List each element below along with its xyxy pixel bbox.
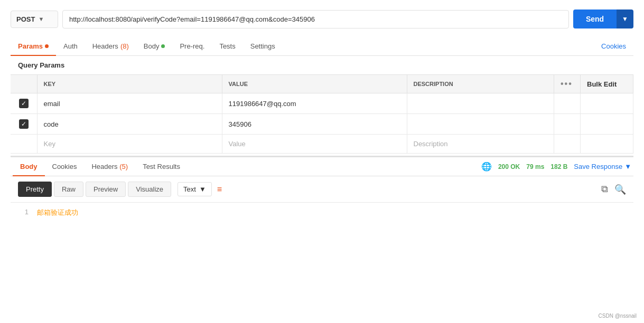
tab-settings[interactable]: Settings xyxy=(243,37,283,55)
body-dot xyxy=(161,44,165,48)
format-pretty-button[interactable]: Pretty xyxy=(18,182,52,197)
checkbox-icon[interactable]: ✓ xyxy=(19,99,29,108)
method-select[interactable]: POST ▼ xyxy=(11,11,58,28)
tab-headers[interactable]: Headers (8) xyxy=(85,37,136,55)
url-bar-row: POST ▼ Send ▼ xyxy=(11,10,633,28)
response-tab-body[interactable]: Body xyxy=(13,157,45,176)
table-row: ✓ code 345906 xyxy=(11,114,633,135)
text-format-dropdown[interactable]: Text ▼ xyxy=(178,182,212,196)
save-response-chevron-icon: ▼ xyxy=(624,163,631,170)
empty-bulk-cell xyxy=(581,135,633,154)
response-section: Body Cookies Headers (5) Test Results 🌐 … xyxy=(11,156,633,223)
tab-prereq[interactable]: Pre-req. xyxy=(172,37,212,55)
params-dot xyxy=(45,44,49,48)
response-tab-test-results[interactable]: Test Results xyxy=(135,157,188,176)
code-area: 1 邮箱验证成功 xyxy=(11,203,633,223)
row2-more-cell xyxy=(554,114,581,135)
format-preview-button[interactable]: Preview xyxy=(86,182,126,197)
row2-value-cell[interactable]: 345906 xyxy=(222,114,407,135)
format-raw-button[interactable]: Raw xyxy=(54,182,83,197)
tab-params[interactable]: Params xyxy=(11,37,56,55)
table-row-empty: Key Value Description xyxy=(11,135,633,154)
row1-key-cell[interactable]: email xyxy=(37,93,222,114)
status-badge: 200 OK xyxy=(498,163,520,170)
query-params-title: Query Params xyxy=(11,56,633,74)
tab-tests[interactable]: Tests xyxy=(212,37,242,55)
method-label: POST xyxy=(16,15,35,23)
cookies-link[interactable]: Cookies xyxy=(594,37,633,55)
send-button[interactable]: Send xyxy=(573,10,617,28)
response-tabs-row: Body Cookies Headers (5) Test Results 🌐 … xyxy=(11,157,633,176)
th-key: KEY xyxy=(37,75,222,93)
text-format-chevron-icon: ▼ xyxy=(199,185,206,193)
empty-key-cell[interactable]: Key xyxy=(37,135,222,154)
empty-more-cell xyxy=(554,135,581,154)
format-visualize-button[interactable]: Visualize xyxy=(128,182,171,197)
line-number: 1 xyxy=(18,208,29,216)
response-status-row: 🌐 200 OK 79 ms 182 B Save Response ▼ xyxy=(481,162,631,172)
request-tabs-row: Params Auth Headers (8) Body Pre-req. Te… xyxy=(11,37,633,56)
params-table: KEY VALUE DESCRIPTION ••• Bulk Edit ✓ em… xyxy=(11,74,633,154)
send-btn-group: Send ▼ xyxy=(573,10,633,28)
response-tab-cookies[interactable]: Cookies xyxy=(45,157,85,176)
response-size: 182 B xyxy=(550,163,567,170)
row2-checkbox-cell[interactable]: ✓ xyxy=(11,114,37,135)
row1-desc-cell[interactable] xyxy=(407,93,554,114)
watermark: CSDN @nssnail xyxy=(599,313,637,319)
row2-desc-cell[interactable] xyxy=(407,114,554,135)
tab-body[interactable]: Body xyxy=(136,37,173,55)
empty-desc-cell[interactable]: Description xyxy=(407,135,554,154)
th-value: VALUE xyxy=(222,75,407,93)
url-input[interactable] xyxy=(62,10,569,28)
search-icon[interactable]: 🔍 xyxy=(614,184,626,195)
method-chevron-icon: ▼ xyxy=(38,16,44,22)
th-description: DESCRIPTION xyxy=(407,75,554,93)
row1-checkbox-cell[interactable]: ✓ xyxy=(11,93,37,114)
row1-more-cell xyxy=(554,93,581,114)
text-format-label: Text xyxy=(183,185,196,193)
tab-auth[interactable]: Auth xyxy=(56,37,85,55)
empty-checkbox-cell[interactable] xyxy=(11,135,37,154)
row2-bulk-cell xyxy=(581,114,633,135)
row1-bulk-cell xyxy=(581,93,633,114)
th-checkbox xyxy=(11,75,37,93)
format-bar: Pretty Raw Preview Visualize Text ▼ ≡ ⧉ … xyxy=(11,176,633,203)
response-code-text: 邮箱验证成功 xyxy=(37,208,78,217)
th-more: ••• xyxy=(554,75,581,93)
row2-key-cell[interactable]: code xyxy=(37,114,222,135)
th-bulk-edit: Bulk Edit xyxy=(581,75,633,93)
row1-value-cell[interactable]: 1191986647@qq.com xyxy=(222,93,407,114)
more-dots-icon[interactable]: ••• xyxy=(561,79,573,88)
send-chevron-button[interactable]: ▼ xyxy=(617,10,633,28)
response-time: 79 ms xyxy=(526,163,544,170)
wrap-lines-icon[interactable]: ≡ xyxy=(217,185,222,194)
save-response-button[interactable]: Save Response ▼ xyxy=(574,163,631,170)
empty-value-cell[interactable]: Value xyxy=(222,135,407,154)
copy-icon[interactable]: ⧉ xyxy=(601,184,608,195)
response-tab-headers[interactable]: Headers (5) xyxy=(84,157,135,176)
globe-icon: 🌐 xyxy=(481,162,492,172)
table-row: ✓ email 1191986647@qq.com xyxy=(11,93,633,114)
checkbox-icon[interactable]: ✓ xyxy=(19,119,29,129)
